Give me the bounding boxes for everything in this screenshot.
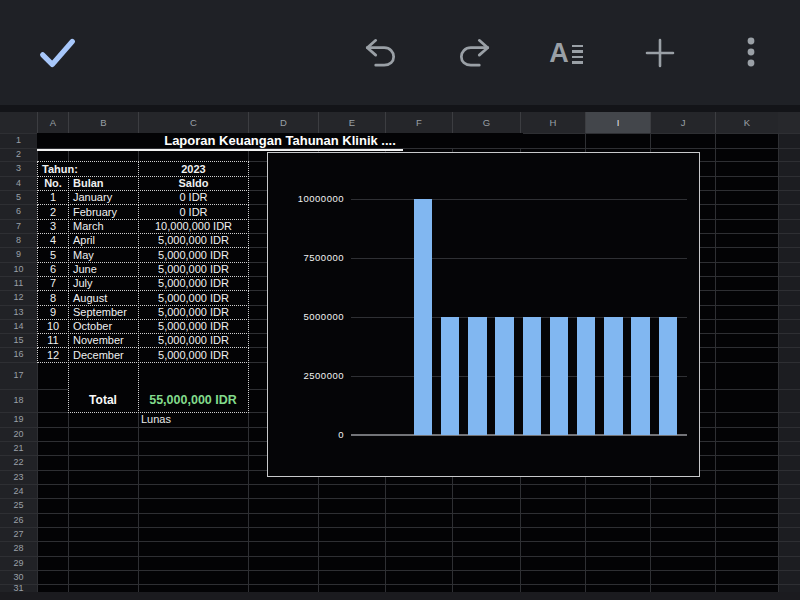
month-cell-august[interactable]: August [68,290,139,306]
checkmark-icon [34,31,80,73]
no-cell-february[interactable]: 2 [37,204,69,220]
column-header-d[interactable]: D [248,112,318,133]
month-cell-june[interactable]: June [68,262,139,277]
redo-button[interactable] [450,29,498,77]
month-cell-april[interactable]: April [68,233,139,248]
balance-cell-october[interactable]: 5,000,000 IDR [138,319,249,334]
row-header-18[interactable]: 18 [0,389,37,412]
row-header-26[interactable]: 26 [0,513,37,527]
column-header-f[interactable]: F [385,112,452,133]
month-cell-may[interactable]: May [68,247,139,263]
row-header-17[interactable]: 17 [0,362,37,389]
balance-cell-august[interactable]: 5,000,000 IDR [138,290,249,306]
overflow-menu-button[interactable] [727,29,775,77]
row-header-2[interactable]: 2 [0,148,37,161]
balance-cell-november[interactable]: 5,000,000 IDR [138,333,249,348]
row-header-10[interactable]: 10 [0,262,37,276]
insert-button[interactable] [636,29,684,77]
column-header-b[interactable]: B [68,112,138,133]
row-header-22[interactable]: 22 [0,455,37,470]
row-header-4[interactable]: 4 [0,176,37,190]
row-header-8[interactable]: 8 [0,233,37,247]
row-header-30[interactable]: 30 [0,570,37,584]
no-cell-january[interactable]: 1 [37,190,69,205]
column-header-g[interactable]: G [452,112,520,133]
month-cell-november[interactable]: November [68,333,139,348]
row-header-11[interactable]: 11 [0,276,37,290]
no-cell-may[interactable]: 5 [37,247,69,263]
text-format-button[interactable]: A [542,29,590,77]
total-value-cell[interactable]: 55,000,000 IDR [138,390,248,410]
row-header-1[interactable]: 1 [0,133,37,148]
year-value-cell[interactable]: 2023 [138,161,249,177]
no-cell-april[interactable]: 4 [37,233,69,248]
row-header-12[interactable]: 12 [0,290,37,305]
gridline-col [778,133,779,592]
undo-icon [362,34,400,72]
balance-cell-february[interactable]: 0 IDR [138,204,249,220]
balance-cell-september[interactable]: 5,000,000 IDR [138,305,249,320]
row-header-9[interactable]: 9 [0,247,37,262]
no-cell-march[interactable]: 3 [37,219,69,234]
row-header-27[interactable]: 27 [0,527,37,541]
header-cell-no[interactable]: No. [37,176,69,191]
row-header-29[interactable]: 29 [0,556,37,570]
column-header-j[interactable]: J [650,112,715,133]
row-header-31[interactable]: 31 [0,584,37,592]
chart-bar-april [441,317,460,435]
balance-cell-april[interactable]: 5,000,000 IDR [138,233,249,248]
header-cell-bulan[interactable]: Bulan [68,176,139,191]
row-header-6[interactable]: 6 [0,204,37,219]
balance-cell-june[interactable]: 5,000,000 IDR [138,262,249,277]
balance-cell-july[interactable]: 5,000,000 IDR [138,276,249,291]
month-cell-december[interactable]: December [68,347,139,363]
month-cell-march[interactable]: March [68,219,139,234]
column-header-e[interactable]: E [318,112,385,133]
column-header-k[interactable]: K [715,112,778,133]
balance-cell-may[interactable]: 5,000,000 IDR [138,247,249,263]
month-cell-october[interactable]: October [68,319,139,334]
no-cell-september[interactable]: 9 [37,305,69,320]
row-header-3[interactable]: 3 [0,161,37,176]
gridline-row [0,584,800,585]
column-header-h[interactable]: H [520,112,585,133]
column-header-a[interactable]: A [37,112,68,133]
no-cell-august[interactable]: 8 [37,290,69,306]
row-header-23[interactable]: 23 [0,470,37,484]
year-label-cell[interactable]: Tahun: [37,161,139,177]
month-cell-july[interactable]: July [68,276,139,291]
balance-cell-january[interactable]: 0 IDR [138,190,249,205]
no-cell-june[interactable]: 6 [37,262,69,277]
row-header-25[interactable]: 25 [0,498,37,513]
no-cell-december[interactable]: 12 [37,347,69,363]
report-title-cell[interactable]: Laporan Keuangan Tahunan Klinik .... [37,133,523,148]
row-header-28[interactable]: 28 [0,541,37,556]
month-cell-september[interactable]: September [68,305,139,320]
no-cell-october[interactable]: 10 [37,319,69,334]
column-header-c[interactable]: C [138,112,248,133]
row-header-16[interactable]: 16 [0,347,37,362]
embedded-chart[interactable]: 025000005000000750000010000000 [267,152,700,477]
no-cell-july[interactable]: 7 [37,276,69,291]
row-header-5[interactable]: 5 [0,190,37,204]
row-header-13[interactable]: 13 [0,305,37,319]
row-header-21[interactable]: 21 [0,441,37,455]
month-cell-january[interactable]: January [68,190,139,205]
column-header-i[interactable]: I [585,112,650,133]
undo-button[interactable] [357,29,405,77]
header-cell-saldo[interactable]: Saldo [138,176,249,191]
row-header-20[interactable]: 20 [0,427,37,441]
total-label-cell[interactable]: Total [68,390,138,410]
row-header-7[interactable]: 7 [0,219,37,233]
row-header-14[interactable]: 14 [0,319,37,333]
chart-bar-october [604,317,623,435]
month-cell-february[interactable]: February [68,204,139,220]
confirm-button[interactable] [33,28,81,76]
balance-cell-march[interactable]: 10,000,000 IDR [138,219,249,234]
no-cell-november[interactable]: 11 [37,333,69,348]
note-cell[interactable]: Lunas [141,412,241,427]
row-header-19[interactable]: 19 [0,412,37,427]
row-header-15[interactable]: 15 [0,333,37,347]
row-header-24[interactable]: 24 [0,484,37,498]
balance-cell-december[interactable]: 5,000,000 IDR [138,347,249,363]
